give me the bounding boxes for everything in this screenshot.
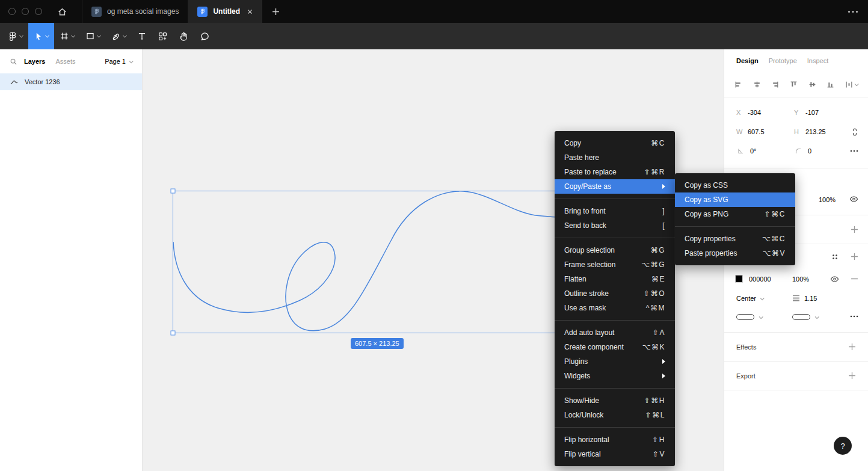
menu-item-copy-paste-as[interactable]: Copy/Paste as [555, 179, 675, 194]
stroke-align-dropdown[interactable]: Center [736, 295, 763, 302]
search-icon[interactable] [10, 58, 17, 66]
page-selector[interactable]: Page 1 [105, 58, 132, 65]
menu-item-copy-properties[interactable]: Copy properties ⌥⌘C [675, 232, 795, 246]
menu-item-frame-selection[interactable]: Frame selection ⌥⌘G [555, 257, 675, 272]
tab-close-button[interactable] [247, 9, 253, 14]
stroke-cap-start-dropdown[interactable] [736, 314, 762, 320]
move-cursor-icon [34, 31, 43, 41]
help-button[interactable]: ? [834, 437, 852, 455]
menu-item-copy-as-svg[interactable]: Copy as SVG [675, 192, 795, 207]
align-left-icon[interactable] [734, 81, 742, 88]
menu-item-flatten[interactable]: Flatten ⌘E [555, 272, 675, 286]
comment-tool-button[interactable] [194, 23, 215, 49]
menu-item-use-as-mask[interactable]: Use as mask ^⌘M [555, 301, 675, 315]
shape-tool-button[interactable] [80, 23, 106, 49]
add-fill-button[interactable] [851, 226, 858, 233]
menu-item-send-to-back[interactable]: Send to back [ [555, 218, 675, 233]
menu-item-copy-as-png[interactable]: Copy as PNG ⇧⌘C [675, 207, 795, 221]
width-field[interactable]: W 607.5 [736, 128, 794, 135]
effects-label: Effects [736, 343, 756, 351]
add-stroke-button[interactable] [851, 253, 858, 260]
menu-item-create-component[interactable]: Create component ⌥⌘K [555, 340, 675, 354]
height-field[interactable]: H 213.25 [794, 128, 852, 135]
menu-item-copy-as-css[interactable]: Copy as CSS [675, 178, 795, 192]
window-more-menu-button[interactable] [848, 0, 858, 23]
corner-radius-icon [794, 147, 802, 155]
window-minimize-button[interactable] [22, 8, 29, 15]
context-menu: Copy ⌘C Paste here Paste to replace ⇧⌘R … [555, 131, 675, 466]
layer-row-vector-1236[interactable]: Vector 1236 [0, 73, 142, 90]
chevron-down-icon [97, 33, 101, 37]
add-effect-button[interactable] [848, 343, 856, 351]
main-menu-button[interactable] [2, 23, 28, 49]
alignment-row [724, 72, 868, 97]
menu-item-outline-stroke[interactable]: Outline stroke ⇧⌘O [555, 286, 675, 301]
stroke-cap-end-dropdown[interactable] [792, 314, 818, 320]
resources-tool-button[interactable] [152, 23, 173, 49]
vector-path[interactable] [173, 191, 566, 331]
tab-layers[interactable]: Layers [24, 58, 45, 65]
menu-item-lock-unlock[interactable]: Lock/Unlock ⇧⌘L [555, 408, 675, 422]
menu-item-paste-properties[interactable]: Paste properties ⌥⌘V [675, 246, 795, 260]
tab-untitled[interactable]: Untitled [188, 0, 262, 23]
layer-opacity-value[interactable]: 100% [819, 196, 836, 203]
more-options-button[interactable] [850, 150, 858, 152]
add-export-button[interactable] [848, 372, 856, 380]
align-bottom-icon[interactable] [826, 81, 834, 88]
y-value: -107 [805, 109, 819, 116]
constrain-proportions-toggle[interactable] [851, 128, 858, 137]
align-top-icon[interactable] [790, 81, 798, 88]
rectangle-icon [85, 31, 95, 41]
menu-item-bring-to-front[interactable]: Bring to front ] [555, 204, 675, 218]
remove-stroke-button[interactable] [851, 278, 858, 280]
menu-item-flip-horizontal[interactable]: Flip horizontal ⇧H [555, 433, 675, 447]
menu-item-widgets[interactable]: Widgets [555, 369, 675, 383]
stroke-styles-button[interactable] [831, 253, 839, 260]
export-section: Export [724, 362, 868, 390]
tab-inspect[interactable]: Inspect [807, 57, 828, 64]
layer-visibility-toggle[interactable] [849, 195, 858, 203]
rotation-row: 0° 0 [724, 141, 868, 161]
x-field[interactable]: X -304 [736, 109, 794, 116]
pen-tool-button[interactable] [106, 23, 132, 49]
menu-item-add-auto-layout[interactable]: Add auto layout ⇧A [555, 325, 675, 340]
stroke-color-swatch[interactable] [735, 275, 743, 283]
align-horizontal-center-icon[interactable] [753, 81, 761, 88]
hand-tool-button[interactable] [173, 23, 194, 49]
move-tool-button[interactable] [28, 23, 54, 49]
menu-item-copy[interactable]: Copy ⌘C [555, 136, 675, 150]
tab-design[interactable]: Design [736, 57, 759, 64]
stroke-opacity-value[interactable]: 100% [792, 276, 809, 283]
stroke-weight-value[interactable]: 1.15 [804, 295, 817, 302]
selection-handle-top-left[interactable] [171, 189, 175, 193]
text-tool-button[interactable] [132, 23, 152, 49]
distribute-menu-button[interactable] [845, 81, 858, 88]
menu-divider [555, 388, 675, 389]
align-right-icon[interactable] [771, 81, 779, 88]
y-field[interactable]: Y -107 [794, 109, 852, 116]
selection-handle-bottom-left[interactable] [171, 331, 175, 335]
stroke-color-hex[interactable]: 000000 [749, 276, 771, 283]
rotation-field[interactable]: 0° [736, 147, 794, 155]
frame-tool-button[interactable] [54, 23, 80, 49]
chevron-down-icon [815, 315, 819, 319]
menu-item-flip-vertical[interactable]: Flip vertical ⇧V [555, 447, 675, 461]
window-close-button[interactable] [8, 8, 16, 15]
menu-item-show-hide[interactable]: Show/Hide ⇧⌘H [555, 393, 675, 408]
new-tab-button[interactable] [262, 0, 289, 23]
height-value: 213.25 [805, 128, 826, 135]
corner-radius-field[interactable]: 0 [794, 147, 852, 155]
hand-icon [179, 31, 189, 42]
align-vertical-center-icon[interactable] [808, 81, 816, 88]
window-zoom-button[interactable] [35, 8, 42, 15]
menu-item-plugins[interactable]: Plugins [555, 354, 675, 369]
menu-item-paste-here[interactable]: Paste here [555, 150, 675, 165]
menu-item-paste-to-replace[interactable]: Paste to replace ⇧⌘R [555, 165, 675, 179]
menu-item-group-selection[interactable]: Group selection ⌘G [555, 243, 675, 257]
stroke-visibility-toggle[interactable] [830, 276, 839, 283]
tab-assets[interactable]: Assets [55, 58, 75, 65]
home-button[interactable] [57, 7, 67, 17]
stroke-more-options-button[interactable] [850, 315, 858, 318]
tab-og-meta-social-images[interactable]: og meta social images [82, 0, 188, 23]
tab-prototype[interactable]: Prototype [769, 57, 797, 64]
